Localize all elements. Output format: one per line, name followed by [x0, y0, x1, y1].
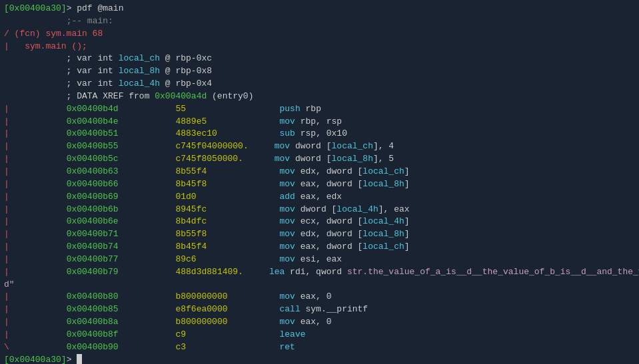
insn-b5c: | 0x00400b5c c745f8050000. mov dword [lo… [4, 153, 635, 166]
insn-b63: | 0x00400b63 8b55f4 mov edx, dword [loca… [4, 166, 635, 178]
var-local-8h: ; var int local_8h @ rbp-0x8 [4, 65, 635, 78]
prompt-line-2[interactable]: [0x00400a30]> [4, 354, 635, 364]
insn-b55: | 0x00400b55 c745f04000000. mov dword [l… [4, 140, 635, 153]
terminal-cursor [77, 354, 82, 364]
fcn-line: / (fcn) sym.main 68 [4, 28, 635, 41]
insn-b51: | 0x00400b51 4883ec10 sub rsp, 0x10 [4, 128, 635, 140]
insn-b66: | 0x00400b66 8b45f8 mov eax, dword [loca… [4, 178, 635, 191]
var-local-4h: ; var int local_4h @ rbp-0x4 [4, 78, 635, 91]
insn-b4e: | 0x00400b4e 4889e5 mov rbp, rsp [4, 116, 635, 128]
insn-b4d: | 0x00400b4d 55 push rbp [4, 103, 635, 116]
insn-b79-cont: d" [4, 279, 635, 291]
insn-b8a: | 0x00400b8a b800000000 mov eax, 0 [4, 316, 635, 329]
insn-b77: | 0x00400b77 89c6 mov esi, eax [4, 254, 635, 266]
insn-b74: | 0x00400b74 8b45f4 mov eax, dword [loca… [4, 241, 635, 254]
comment-main: ;-- main: [4, 15, 635, 28]
data-xref: ; DATA XREF from 0x00400a4d (entry0) [4, 91, 635, 103]
insn-b90: \ 0x00400b90 c3 ret [4, 341, 635, 354]
insn-b8f: | 0x00400b8f c9 leave [4, 329, 635, 341]
insn-b79: | 0x00400b79 488d3d881409. lea rdi, qwor… [4, 266, 635, 279]
terminal-window: [0x00400a30]> pdf @main ;-- main: / (fcn… [0, 0, 639, 364]
insn-b6b: | 0x00400b6b 8945fc mov dword [local_4h]… [4, 204, 635, 216]
prompt-line-1: [0x00400a30]> pdf @main [4, 3, 635, 15]
insn-b69: | 0x00400b69 01d0 add eax, edx [4, 191, 635, 204]
insn-b71: | 0x00400b71 8b55f8 mov edx, dword [loca… [4, 228, 635, 241]
insn-b80: | 0x00400b80 b800000000 mov eax, 0 [4, 291, 635, 303]
sym-main-call: | sym.main (); [4, 41, 635, 53]
var-local-ch: ; var int local_ch @ rbp-0xc [4, 53, 635, 65]
insn-b85: | 0x00400b85 e8f6ea0000 call sym.__print… [4, 303, 635, 316]
insn-b6e: | 0x00400b6e 8b4dfc mov ecx, dword [loca… [4, 216, 635, 228]
